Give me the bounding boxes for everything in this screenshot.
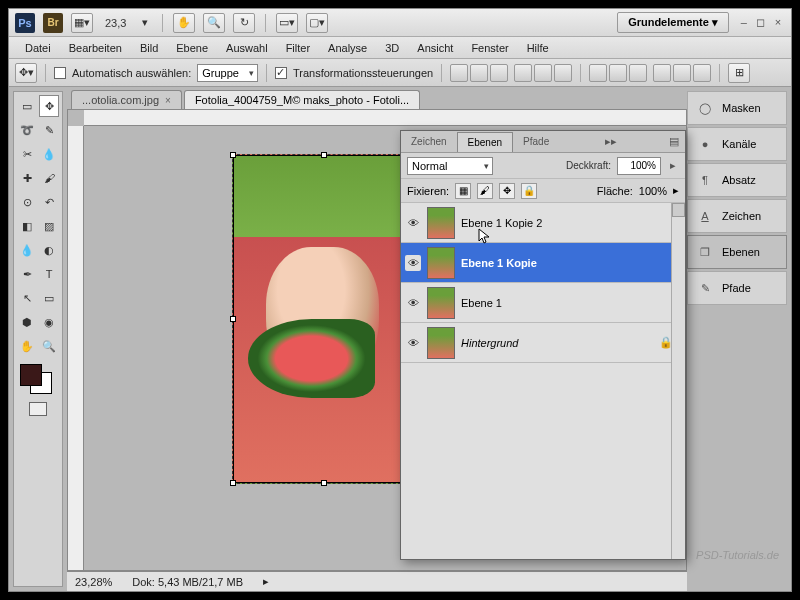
- menu-ebene[interactable]: Ebene: [168, 39, 216, 57]
- marquee-tool[interactable]: ▭: [17, 95, 37, 117]
- pen-tool[interactable]: ✒: [17, 263, 37, 285]
- menu-bild[interactable]: Bild: [132, 39, 166, 57]
- layer-row[interactable]: 👁 Ebene 1: [401, 283, 685, 323]
- opacity-flyout-icon[interactable]: ▸: [667, 159, 679, 172]
- eyedropper-tool[interactable]: 💧: [39, 143, 59, 165]
- lock-position-icon[interactable]: ✥: [499, 183, 515, 199]
- panel-collapse-icon[interactable]: ▸▸: [599, 135, 623, 148]
- gradient-tool[interactable]: ▨: [39, 215, 59, 237]
- layers-scrollbar[interactable]: [671, 203, 685, 559]
- tab-zeichen[interactable]: Zeichen: [401, 132, 457, 151]
- layer-name[interactable]: Ebene 1 Kopie: [461, 257, 537, 269]
- menu-auswahl[interactable]: Auswahl: [218, 39, 276, 57]
- maximize-button[interactable]: ◻: [754, 16, 768, 29]
- layer-row[interactable]: 👁 Ebene 1 Kopie: [401, 243, 685, 283]
- auto-select-combo[interactable]: Gruppe: [197, 64, 258, 82]
- move-tool-icon[interactable]: ✥▾: [15, 63, 37, 83]
- visibility-icon[interactable]: 👁: [405, 335, 421, 351]
- panel-pfade[interactable]: ✎Pfade: [687, 271, 787, 305]
- lock-transparency-icon[interactable]: ▦: [455, 183, 471, 199]
- tab-pfade[interactable]: Pfade: [513, 132, 559, 151]
- auto-select-checkbox[interactable]: [54, 67, 66, 79]
- heal-tool[interactable]: ✚: [17, 167, 37, 189]
- arrange-dropdown[interactable]: ▭▾: [276, 13, 298, 33]
- bridge-icon[interactable]: Br: [43, 13, 63, 33]
- layer-thumbnail[interactable]: [427, 287, 455, 319]
- layer-row-background[interactable]: 👁 Hintergrund 🔒: [401, 323, 685, 363]
- scroll-up-icon[interactable]: [672, 203, 685, 217]
- lock-pixels-icon[interactable]: 🖌: [477, 183, 493, 199]
- layer-thumbnail[interactable]: [427, 207, 455, 239]
- layer-thumbnail[interactable]: [427, 327, 455, 359]
- tab-ebenen[interactable]: Ebenen: [457, 132, 513, 152]
- menu-hilfe[interactable]: Hilfe: [519, 39, 557, 57]
- blend-mode-combo[interactable]: Normal: [407, 157, 493, 175]
- 3d-camera-tool[interactable]: ◉: [39, 311, 59, 333]
- menu-fenster[interactable]: Fenster: [463, 39, 516, 57]
- panel-absatz[interactable]: ¶Absatz: [687, 163, 787, 197]
- hand-tool-shortcut[interactable]: ✋: [173, 13, 195, 33]
- visibility-icon[interactable]: 👁: [405, 215, 421, 231]
- ruler-horizontal[interactable]: [84, 110, 686, 126]
- zoom-value[interactable]: 23,3: [101, 17, 130, 29]
- color-swatches[interactable]: [16, 362, 60, 396]
- workspace-switcher[interactable]: Grundelemente ▾: [617, 12, 729, 33]
- zoom-tool-shortcut[interactable]: 🔍: [203, 13, 225, 33]
- status-zoom[interactable]: 23,28%: [75, 576, 112, 588]
- 3d-tool[interactable]: ⬢: [17, 311, 37, 333]
- foreground-swatch[interactable]: [20, 364, 42, 386]
- ruler-vertical[interactable]: [68, 126, 84, 570]
- lock-all-icon[interactable]: 🔒: [521, 183, 537, 199]
- panel-menu-icon[interactable]: ▤: [663, 135, 685, 148]
- menu-3d[interactable]: 3D: [377, 39, 407, 57]
- brush-tool[interactable]: 🖌: [39, 167, 59, 189]
- eraser-tool[interactable]: ◧: [17, 215, 37, 237]
- layer-name[interactable]: Ebene 1: [461, 297, 502, 309]
- screen-mode-dropdown[interactable]: ▢▾: [306, 13, 328, 33]
- layer-row[interactable]: 👁 Ebene 1 Kopie 2: [401, 203, 685, 243]
- opacity-input[interactable]: 100%: [617, 157, 661, 175]
- quick-select-tool[interactable]: ✎: [39, 119, 59, 141]
- fill-input[interactable]: 100%: [639, 185, 667, 197]
- panel-zeichen[interactable]: AZeichen: [687, 199, 787, 233]
- layer-name[interactable]: Ebene 1 Kopie 2: [461, 217, 542, 229]
- stamp-tool[interactable]: ⊙: [17, 191, 37, 213]
- crop-tool[interactable]: ✂: [17, 143, 37, 165]
- fill-flyout-icon[interactable]: ▸: [673, 184, 679, 197]
- menu-analyse[interactable]: Analyse: [320, 39, 375, 57]
- transform-bounding-box[interactable]: [230, 152, 418, 486]
- lasso-tool[interactable]: ➰: [17, 119, 37, 141]
- panel-ebenen[interactable]: ❐Ebenen: [687, 235, 787, 269]
- layout-dropdown[interactable]: ▦▾: [71, 13, 93, 33]
- layer-thumbnail[interactable]: [427, 247, 455, 279]
- panel-masken[interactable]: ◯Masken: [687, 91, 787, 125]
- path-select-tool[interactable]: ↖: [17, 287, 37, 309]
- history-brush-tool[interactable]: ↶: [39, 191, 59, 213]
- close-button[interactable]: ×: [771, 16, 785, 28]
- shape-tool[interactable]: ▭: [39, 287, 59, 309]
- doc-tab-2[interactable]: Fotolia_4004759_M© maks_photo - Fotoli..…: [184, 90, 420, 109]
- minimize-button[interactable]: –: [737, 16, 751, 28]
- zoom-tool[interactable]: 🔍: [39, 335, 59, 357]
- auto-align-button[interactable]: ⊞: [728, 63, 750, 83]
- hand-tool[interactable]: ✋: [17, 335, 37, 357]
- blur-tool[interactable]: 💧: [17, 239, 37, 261]
- doc-tab-1[interactable]: ...otolia.com.jpg×: [71, 90, 182, 109]
- menu-datei[interactable]: Datei: [17, 39, 59, 57]
- panel-kanaele[interactable]: ●Kanäle: [687, 127, 787, 161]
- transform-controls-checkbox[interactable]: [275, 67, 287, 79]
- visibility-icon[interactable]: 👁: [405, 255, 421, 271]
- menu-ansicht[interactable]: Ansicht: [409, 39, 461, 57]
- close-icon[interactable]: ×: [165, 95, 171, 106]
- quick-mask-toggle[interactable]: [29, 402, 47, 416]
- rotate-view-shortcut[interactable]: ↻: [233, 13, 255, 33]
- menu-bearbeiten[interactable]: Bearbeiten: [61, 39, 130, 57]
- menu-filter[interactable]: Filter: [278, 39, 318, 57]
- status-doc-size[interactable]: Dok: 5,43 MB/21,7 MB: [132, 576, 243, 588]
- move-tool[interactable]: ✥: [39, 95, 59, 117]
- type-tool[interactable]: T: [39, 263, 59, 285]
- layer-name[interactable]: Hintergrund: [461, 337, 518, 349]
- document-image[interactable]: [232, 154, 416, 484]
- dodge-tool[interactable]: ◐: [39, 239, 59, 261]
- visibility-icon[interactable]: 👁: [405, 295, 421, 311]
